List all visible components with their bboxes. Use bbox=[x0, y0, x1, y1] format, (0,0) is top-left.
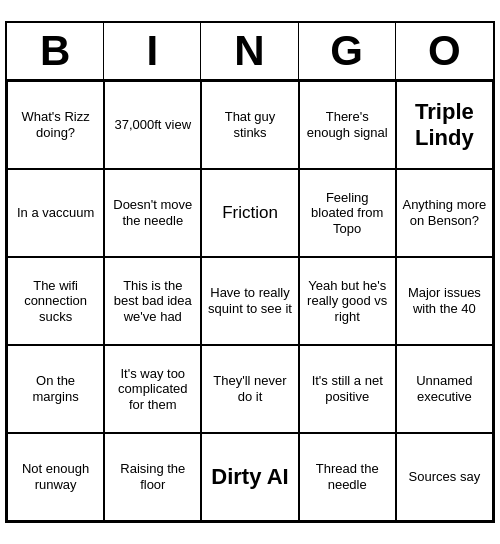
bingo-card: BINGO What's Rizz doing?37,000ft viewTha… bbox=[5, 21, 495, 523]
bingo-cell-22: Dirty AI bbox=[201, 433, 298, 521]
bingo-cell-21: Raising the floor bbox=[104, 433, 201, 521]
bingo-cell-5: In a vaccuum bbox=[7, 169, 104, 257]
bingo-cell-3: There's enough signal bbox=[299, 81, 396, 169]
bingo-cell-10: The wifi connection sucks bbox=[7, 257, 104, 345]
bingo-cell-0: What's Rizz doing? bbox=[7, 81, 104, 169]
bingo-cell-1: 37,000ft view bbox=[104, 81, 201, 169]
bingo-cell-7: Friction bbox=[201, 169, 298, 257]
bingo-cell-16: It's way too complicated for them bbox=[104, 345, 201, 433]
bingo-cell-20: Not enough runway bbox=[7, 433, 104, 521]
bingo-cell-9: Anything more on Benson? bbox=[396, 169, 493, 257]
header-letter-i: I bbox=[104, 23, 201, 79]
bingo-cell-8: Feeling bloated from Topo bbox=[299, 169, 396, 257]
bingo-cell-19: Unnamed executive bbox=[396, 345, 493, 433]
bingo-cell-6: Doesn't move the needle bbox=[104, 169, 201, 257]
bingo-cell-17: They'll never do it bbox=[201, 345, 298, 433]
header-letter-g: G bbox=[299, 23, 396, 79]
bingo-cell-4: Triple Lindy bbox=[396, 81, 493, 169]
bingo-cell-15: On the margins bbox=[7, 345, 104, 433]
header-letter-b: B bbox=[7, 23, 104, 79]
header-letter-o: O bbox=[396, 23, 493, 79]
header-letter-n: N bbox=[201, 23, 298, 79]
bingo-cell-18: It's still a net positive bbox=[299, 345, 396, 433]
bingo-cell-24: Sources say bbox=[396, 433, 493, 521]
bingo-grid: What's Rizz doing?37,000ft viewThat guy … bbox=[7, 81, 493, 521]
bingo-cell-23: Thread the needle bbox=[299, 433, 396, 521]
bingo-cell-2: That guy stinks bbox=[201, 81, 298, 169]
bingo-cell-13: Yeah but he's really good vs right bbox=[299, 257, 396, 345]
bingo-cell-11: This is the best bad idea we've had bbox=[104, 257, 201, 345]
bingo-cell-12: Have to really squint to see it bbox=[201, 257, 298, 345]
bingo-cell-14: Major issues with the 40 bbox=[396, 257, 493, 345]
bingo-header: BINGO bbox=[7, 23, 493, 81]
